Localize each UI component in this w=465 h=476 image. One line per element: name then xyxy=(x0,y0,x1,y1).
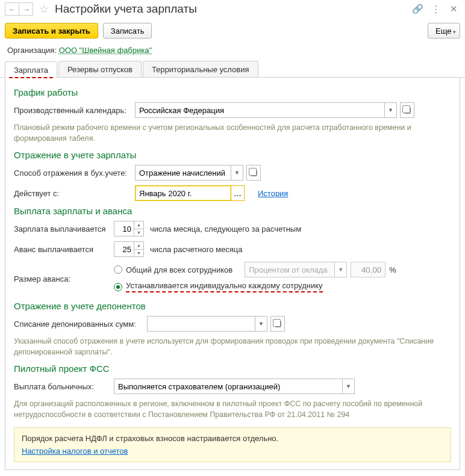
writeoff-open-button[interactable] xyxy=(270,316,285,332)
advance-day-input[interactable] xyxy=(114,241,134,257)
fss-hint: Для организаций расположенных в регионе,… xyxy=(14,399,451,420)
open-icon xyxy=(275,321,281,327)
writeoff-input[interactable] xyxy=(147,316,255,332)
method-dropdown[interactable]: ▼ xyxy=(231,165,243,181)
sickpay-dropdown[interactable]: ▼ xyxy=(343,379,355,394)
organization-label: Организация: xyxy=(7,46,57,55)
valid-from-input[interactable] xyxy=(135,185,231,201)
write-close-button[interactable]: Записать и закрыть xyxy=(5,23,98,39)
section-deponents-title: Отражение в учете депонентов xyxy=(14,301,451,311)
open-icon xyxy=(404,107,411,114)
percent-type-input xyxy=(245,262,335,277)
radio-common[interactable] xyxy=(114,265,122,274)
percent-value-input xyxy=(351,262,385,277)
organization-link[interactable]: ООО "Швейная фабрика" xyxy=(59,46,152,55)
section-accounting-title: Отражение в учете зарплаты xyxy=(14,150,451,160)
tab-reserves[interactable]: Резервы отпусков xyxy=(58,61,142,77)
info-text: Порядок расчета НДФЛ и страховых взносов… xyxy=(22,434,443,443)
schedule-hint: Плановый режим рабочего времени с учетом… xyxy=(14,123,451,144)
writeoff-dropdown[interactable]: ▼ xyxy=(255,316,267,332)
open-icon xyxy=(251,170,257,176)
write-button[interactable]: Записать xyxy=(103,23,152,39)
method-open-button[interactable] xyxy=(246,165,261,181)
calendar-label: Производственный календарь: xyxy=(14,106,131,115)
advance-size-label: Размер аванса: xyxy=(14,274,110,283)
radio-individual-label[interactable]: Устанавливается индивидуально каждому со… xyxy=(126,281,323,292)
valid-from-label: Действует с: xyxy=(14,189,131,198)
salary-day-input[interactable] xyxy=(114,221,134,236)
radio-individual[interactable] xyxy=(114,283,122,291)
percent-sign: % xyxy=(389,265,396,274)
tab-salary[interactable]: Зарплата xyxy=(5,61,57,78)
sickpay-label: Выплата больничных: xyxy=(14,382,110,391)
calendar-input[interactable] xyxy=(135,102,385,118)
advance-suffix: числа расчетного месяца xyxy=(150,245,242,254)
section-fss-title: Пилотный проект ФСС xyxy=(14,363,451,374)
more-button[interactable]: Еще xyxy=(428,23,460,39)
salary-paid-label: Зарплата выплачивается xyxy=(14,224,110,233)
tax-settings-link[interactable]: Настройка налогов и отчетов xyxy=(22,447,128,456)
menu-kebab-icon[interactable]: ⋮ xyxy=(429,2,442,16)
calendar-open-button[interactable] xyxy=(400,102,414,118)
salary-day-down[interactable]: ▼ xyxy=(134,229,143,236)
radio-common-label[interactable]: Общий для всех сотрудников xyxy=(126,265,232,274)
link-icon[interactable]: 🔗 xyxy=(411,2,424,16)
window-title: Настройки учета зарплаты xyxy=(55,2,406,16)
advance-paid-label: Аванс выплачивается xyxy=(14,245,110,254)
favorite-button[interactable]: ☆ xyxy=(37,2,51,16)
method-label: Способ отражения в бух.учете: xyxy=(14,168,131,178)
info-box: Порядок расчета НДФЛ и страховых взносов… xyxy=(14,427,451,462)
salary-suffix: числа месяца, следующего за расчетным xyxy=(150,224,301,233)
forward-button[interactable]: → xyxy=(19,2,33,16)
close-icon[interactable]: ✕ xyxy=(447,2,460,16)
writeoff-label: Списание депонированных сумм: xyxy=(14,320,143,329)
sickpay-input[interactable] xyxy=(114,379,343,394)
deponents-hint: Указанный способ отражения в учете испол… xyxy=(14,336,451,357)
section-payment-title: Выплата зарплаты и аванса xyxy=(14,206,451,216)
method-input[interactable] xyxy=(135,165,231,181)
tab-territorial[interactable]: Территориальные условия xyxy=(143,61,258,77)
section-schedule-title: График работы xyxy=(14,87,451,97)
calendar-dropdown[interactable]: ▼ xyxy=(385,102,397,118)
history-link[interactable]: История xyxy=(258,189,288,198)
salary-day-up[interactable]: ▲ xyxy=(134,221,143,229)
advance-day-down[interactable]: ▼ xyxy=(134,250,143,257)
advance-day-up[interactable]: ▲ xyxy=(134,242,143,250)
valid-from-picker[interactable]: … xyxy=(231,185,245,201)
back-button[interactable]: ← xyxy=(5,2,19,16)
percent-type-dropdown: ▼ xyxy=(335,262,347,277)
